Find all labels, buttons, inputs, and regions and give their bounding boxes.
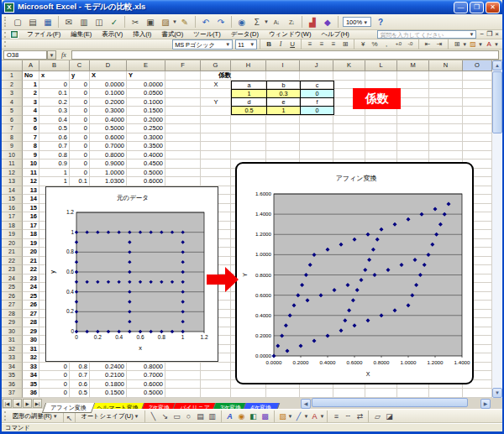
cell-F5[interactable] [165,107,201,116]
menu-item-4[interactable]: 書式(O) [156,29,188,39]
row-header-5[interactable]: 5 [2,107,23,116]
cell-A29[interactable]: 28 [23,318,39,327]
cell-F11[interactable] [165,159,201,169]
font-color-icon[interactable]: A [308,410,320,422]
row-header-28[interactable]: 28 [2,310,23,319]
fill-color-icon[interactable]: ▨ [277,410,289,422]
cell-D35[interactable]: 0.2100 [90,371,127,380]
cell-D34[interactable]: 0.2400 [90,363,127,372]
cell-D5[interactable]: 0.3000 [90,107,127,116]
cell-N3[interactable] [429,89,463,98]
cell-A35[interactable]: 34 [23,371,39,380]
redo-icon[interactable]: ↷ [214,16,228,29]
row-header-12[interactable]: 12 [2,169,23,178]
coeff-cell-r0c0[interactable]: a [232,81,267,89]
merge-center-icon[interactable]: ⊞ [339,39,351,50]
cell-K1[interactable] [333,71,365,81]
autosum-icon-dropdown[interactable]: ▼ [264,19,269,24]
cell-F3[interactable] [165,89,201,98]
line-style-icon[interactable]: ≡ [330,410,342,422]
cell-F35[interactable] [165,371,201,380]
cell-M10[interactable] [397,151,429,160]
drawing-icon[interactable]: ◆ [321,16,334,29]
currency-icon[interactable]: ¥ [357,39,369,50]
cell-G34[interactable] [201,363,231,372]
coeff-cell-r3c1[interactable]: 1 [267,106,301,114]
cell-C35[interactable]: 0.7 [70,371,90,380]
cell-M7[interactable] [397,124,429,133]
cell-A31[interactable]: 30 [23,336,39,345]
row-header-9[interactable]: 9 [2,142,23,151]
decrease-decimal-icon[interactable]: -.0 [404,39,416,50]
formula-input[interactable] [71,50,499,60]
align-center-icon[interactable]: ≡ [316,39,328,50]
cell-A32[interactable]: 31 [23,345,39,354]
coeff-cell-r0c1[interactable]: b [267,81,301,89]
last-sheet-icon[interactable]: ▶| [33,399,42,408]
cell-B4[interactable]: 0.2 [39,98,70,107]
cell-A36[interactable]: 35 [23,380,39,390]
cell-A25[interactable]: 24 [23,283,39,292]
font-name-select[interactable]: MS Pゴシック▼ [172,39,233,50]
cell-G36[interactable] [201,380,231,390]
cell-N4[interactable] [429,98,463,107]
cell-F9[interactable] [165,142,201,151]
cell-E35[interactable]: 0.7000 [127,371,165,380]
3d-icon[interactable]: ◪ [383,410,395,422]
cell-D9[interactable]: 0.7000 [90,142,127,151]
cell-M9[interactable] [397,142,429,151]
cell-J10[interactable] [300,151,333,160]
cell-L1[interactable] [365,71,397,81]
cell-A30[interactable]: 29 [23,327,39,337]
row-header-25[interactable]: 25 [2,283,23,292]
cell-D12[interactable]: 1.0000 [90,169,127,178]
column-header-I[interactable]: I [266,60,300,71]
copy-icon[interactable]: ▣ [144,16,157,29]
cell-B7[interactable]: 0.5 [39,124,70,133]
cell-G10[interactable] [201,151,231,160]
cell-G8[interactable] [201,133,231,143]
format-painter-icon[interactable]: ✎ [178,16,192,29]
cell-D11[interactable]: 0.9000 [90,159,127,169]
cell-A27[interactable]: 26 [23,301,39,310]
cell-B12[interactable]: 1 [39,169,70,178]
cell-K10[interactable] [333,151,365,160]
cell-I9[interactable] [266,142,300,151]
column-header-K[interactable]: K [333,60,365,71]
arrow-style-icon[interactable]: ⇄ [354,410,365,422]
cell-A37[interactable]: 36 [23,389,39,398]
row-header-33[interactable]: 33 [2,353,23,363]
cell-O7[interactable] [463,124,492,133]
cell-A10[interactable]: 9 [23,151,39,160]
cell-E3[interactable]: 0.0500 [127,89,165,98]
row-header-17[interactable]: 17 [2,212,23,222]
cell-C34[interactable]: 0.8 [70,363,90,372]
cell-L37[interactable] [365,389,397,398]
cell-C37[interactable]: 0.5 [70,389,90,398]
line-color-icon[interactable]: ╱ [293,410,305,422]
first-sheet-icon[interactable]: |◀ [3,399,12,408]
cell-O5[interactable] [463,107,492,116]
align-left-icon[interactable]: ≡ [304,39,316,50]
cell-F2[interactable] [165,81,201,90]
row-header-14[interactable]: 14 [2,186,23,196]
cell-N5[interactable] [429,107,463,116]
paste-icon[interactable]: ▨ [159,16,172,29]
cell-A1[interactable]: No [23,71,39,81]
column-header-E[interactable]: E [127,60,165,71]
cell-G35[interactable] [201,371,231,380]
cell-B37[interactable]: 0 [39,389,70,398]
next-sheet-icon[interactable]: ▶ [23,399,32,408]
cell-F37[interactable] [165,389,201,398]
cell-B11[interactable]: 0.9 [39,159,70,169]
print-icon[interactable]: ▥ [77,16,91,29]
coeff-cell-r1c0[interactable]: 1 [232,89,267,97]
vertical-textbox-icon[interactable]: ▥ [207,410,218,422]
column-header-G[interactable]: G [201,60,231,71]
cell-M5[interactable] [397,107,429,116]
cell-N7[interactable] [429,124,463,133]
cell-A19[interactable]: 18 [23,230,39,239]
row-header-18[interactable]: 18 [2,222,23,231]
cell-O6[interactable] [463,116,492,125]
cell-L9[interactable] [365,142,397,151]
